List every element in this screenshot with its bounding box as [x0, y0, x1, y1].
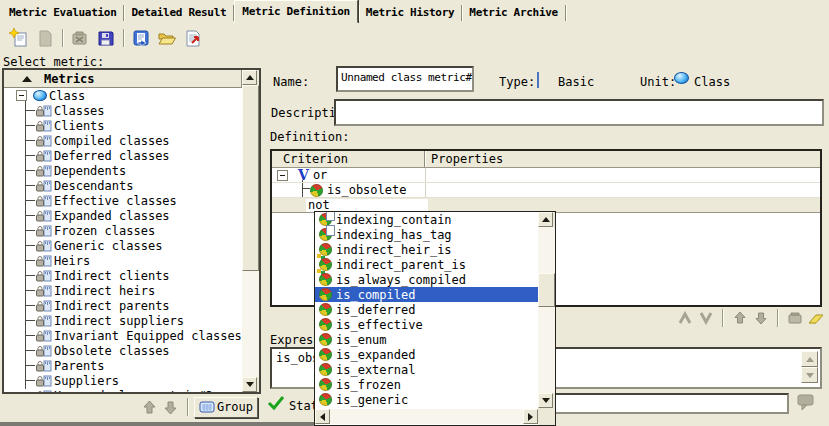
- triangle-down-icon: [542, 398, 550, 403]
- scroll-track[interactable]: [330, 409, 523, 424]
- move-metric-down-button[interactable]: [162, 399, 179, 416]
- tree-item[interactable]: Unnamed class metric#3: [4, 388, 242, 392]
- comment-button[interactable]: [795, 392, 817, 415]
- tree-item[interactable]: Indirect clients: [4, 268, 242, 283]
- dropdown-item[interactable]: is_enum: [315, 332, 538, 347]
- locked-metric-icon: [35, 104, 52, 117]
- tree-item-label: Indirect suppliers: [54, 314, 184, 328]
- erase-definition-button[interactable]: [805, 309, 826, 327]
- tree-item[interactable]: Effective classes: [4, 193, 242, 208]
- tab[interactable]: Metric Archive: [462, 3, 565, 23]
- dropdown-horizontal-scrollbar[interactable]: [315, 409, 538, 424]
- tree-item[interactable]: Parents: [4, 358, 242, 373]
- scroll-up-button[interactable]: [801, 351, 818, 367]
- dropdown-item[interactable]: is_frozen: [315, 377, 538, 392]
- tab[interactable]: Detailed Result: [124, 3, 233, 23]
- dropdown-item[interactable]: is_expanded: [315, 347, 538, 362]
- group-toggle-button[interactable]: Group: [194, 397, 258, 418]
- dropdown-item[interactable]: is_always_compiled: [315, 272, 538, 287]
- tree-root-class[interactable]: Class: [4, 88, 242, 103]
- description-input[interactable]: [334, 99, 824, 126]
- locked-metric-icon: [35, 224, 52, 237]
- dropdown-item-label: is_frozen: [336, 378, 401, 392]
- dropdown-item[interactable]: is_deferred: [315, 302, 538, 317]
- move-criterion-up-button[interactable]: [729, 309, 750, 327]
- tree-scrollbar[interactable]: [242, 70, 259, 392]
- dropdown-item[interactable]: is_external: [315, 362, 538, 377]
- main-toolbar: [6, 25, 206, 51]
- up-arrow-icon: [142, 400, 157, 415]
- collapse-icon[interactable]: [277, 170, 288, 181]
- scroll-track[interactable]: [242, 85, 259, 377]
- tree-item-label: Unnamed class metric#3: [54, 389, 213, 393]
- dropdown-item[interactable]: indexing_contain: [315, 212, 538, 227]
- move-metric-up-button[interactable]: [141, 399, 158, 416]
- dropdown-item[interactable]: is_effective: [315, 317, 538, 332]
- and-operator-button[interactable]: [674, 309, 695, 327]
- tab[interactable]: Metric Evaluation: [2, 3, 123, 23]
- criterion-row-or[interactable]: V or: [272, 168, 820, 183]
- dropdown-item[interactable]: is_compiled: [315, 287, 538, 302]
- scroll-thumb[interactable]: [242, 85, 259, 271]
- scroll-track[interactable]: [538, 227, 555, 393]
- metrics-column-header[interactable]: Metrics: [4, 70, 242, 88]
- tab[interactable]: Metric History: [359, 3, 462, 23]
- tree-item[interactable]: Indirect heirs: [4, 283, 242, 298]
- delete-criterion-button[interactable]: [784, 309, 805, 327]
- delete-metric-button[interactable]: [67, 26, 93, 50]
- export-metrics-button[interactable]: [180, 26, 206, 50]
- tree-item[interactable]: Descendants: [4, 178, 242, 193]
- tab[interactable]: Metric Definition: [234, 0, 357, 23]
- triangle-up-icon: [246, 75, 254, 80]
- tree-item[interactable]: Expanded classes: [4, 208, 242, 223]
- move-criterion-down-button[interactable]: [750, 309, 771, 327]
- definition-toolbar: [640, 308, 826, 328]
- tree-item[interactable]: Suppliers: [4, 373, 242, 388]
- scroll-up-button[interactable]: [538, 212, 553, 227]
- tree-item[interactable]: Compiled classes: [4, 133, 242, 148]
- delete-icon: [70, 28, 90, 48]
- properties-column-header[interactable]: Properties: [425, 151, 509, 167]
- dropdown-item[interactable]: indirect_heir_is: [315, 242, 538, 257]
- dropdown-vertical-scrollbar[interactable]: [538, 212, 555, 425]
- reload-metrics-button[interactable]: [128, 26, 154, 50]
- dropdown-item[interactable]: is_generic: [315, 392, 538, 407]
- or-operator-button[interactable]: [695, 309, 716, 327]
- duplicate-metric-button[interactable]: [32, 26, 58, 50]
- tree-item[interactable]: Invariant Equipped classes: [4, 328, 242, 343]
- scroll-up-button[interactable]: [242, 70, 257, 85]
- tree-item[interactable]: Clients: [4, 118, 242, 133]
- criterion-pie-icon: [319, 393, 332, 406]
- dropdown-item[interactable]: indexing_has_tag: [315, 227, 538, 242]
- scroll-down-button[interactable]: [538, 393, 553, 408]
- tree-item[interactable]: Deferred classes: [4, 148, 242, 163]
- tree-item[interactable]: Classes: [4, 103, 242, 118]
- name-input[interactable]: Unnamed class metric#3: [336, 66, 474, 92]
- open-metric-file-button[interactable]: [154, 26, 180, 50]
- criterion-pie-icon: [319, 228, 332, 241]
- scroll-right-button[interactable]: [523, 409, 538, 424]
- scroll-thumb[interactable]: [538, 273, 555, 307]
- tree-item[interactable]: Indirect parents: [4, 298, 242, 313]
- tree-item[interactable]: Generic classes: [4, 238, 242, 253]
- save-metric-button[interactable]: [93, 26, 119, 50]
- collapse-icon[interactable]: [16, 90, 27, 101]
- dropdown-item[interactable]: indirect_parent_is: [315, 257, 538, 272]
- tree-item[interactable]: Obsolete classes: [4, 343, 242, 358]
- triangle-up-icon: [542, 217, 550, 222]
- scroll-down-button[interactable]: [242, 377, 257, 392]
- new-metric-button[interactable]: [6, 26, 32, 50]
- tree-item-label: Effective classes: [54, 194, 177, 208]
- criterion-dropdown: indexing_contain indexing_has_tag indire…: [314, 211, 556, 426]
- scroll-left-button[interactable]: [315, 409, 330, 424]
- criterion-column-header[interactable]: Criterion: [272, 151, 425, 167]
- scroll-down-button[interactable]: [801, 367, 818, 383]
- or-icon: [698, 311, 714, 325]
- locked-metric-icon: [35, 269, 52, 282]
- tree-item[interactable]: Heirs: [4, 253, 242, 268]
- metric-tree-rows: Class Classes: [4, 88, 242, 392]
- tree-item[interactable]: Dependents: [4, 163, 242, 178]
- tree-item[interactable]: Frozen classes: [4, 223, 242, 238]
- criterion-row-is-obsolete[interactable]: is_obsolete: [272, 183, 820, 198]
- tree-item[interactable]: Indirect suppliers: [4, 313, 242, 328]
